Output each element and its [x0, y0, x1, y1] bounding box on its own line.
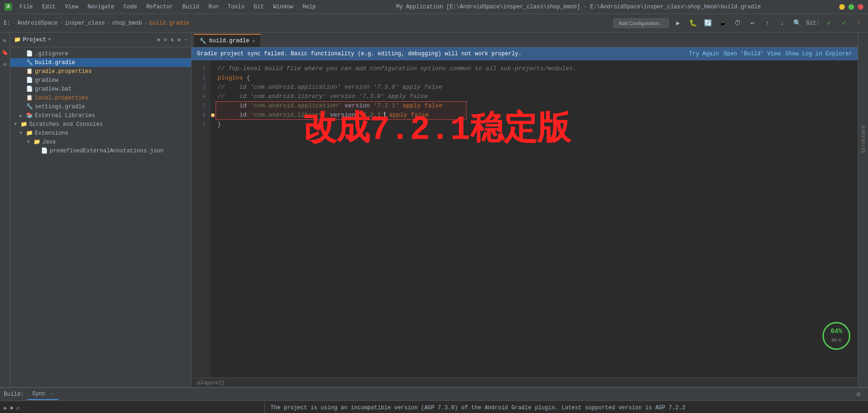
add-configuration-button[interactable]: Add Configuration... — [613, 19, 669, 28]
debug-icon[interactable]: 🐛 — [687, 18, 698, 29]
settingsgradle-icon: 🔧 — [26, 103, 33, 110]
tree-item-extlibs[interactable]: ▶ 📚 External Libraries — [10, 111, 191, 120]
menu-code[interactable]: Code — [122, 3, 139, 11]
menu-navigate[interactable]: Navigate — [85, 3, 116, 11]
sync-icon[interactable]: 🔄 — [702, 18, 713, 29]
bottom-settings-icon[interactable]: ⚙ — [853, 390, 864, 398]
code-apply-kw: apply — [402, 101, 421, 111]
menu-file[interactable]: File — [18, 3, 35, 11]
line-num-6: 6 — [191, 111, 210, 120]
gradleprops-icon: 📋 — [26, 68, 33, 75]
code-content[interactable]: // Top-level build file where you can ad… — [210, 60, 858, 378]
tree-item-gradleprops[interactable]: 📋 gradle.properties — [10, 67, 191, 76]
code-version-val-6: '7.2.1' — [359, 111, 385, 120]
search-icon[interactable]: 🔍 — [791, 18, 802, 29]
tree-item-java[interactable]: ▼ 📁 Java — [10, 138, 191, 146]
tree-item-predefined[interactable]: 📄 predefinedExternalAnnotations.json — [10, 146, 191, 155]
tree-item-settingsgradle[interactable]: 🔧 settings.gradle — [10, 102, 191, 111]
code-line-1: // Top-level build file where you can ad… — [217, 64, 850, 73]
project-scope-icon[interactable]: ⊕ — [157, 37, 160, 43]
tree-item-gitignore[interactable]: 📄 .gitignore — [10, 49, 191, 58]
open-build-view-link[interactable]: Open 'Build' View — [724, 51, 781, 57]
project-sort-icon[interactable]: ⇅ — [171, 37, 174, 43]
menu-tools[interactable]: Tools — [226, 3, 246, 11]
project-settings-icon[interactable]: ⚙ — [178, 37, 181, 43]
code-version-kw: version — [345, 101, 370, 111]
title-bar: A File Edit View Navigate Code Refactor … — [0, 0, 868, 14]
app-icon: A — [5, 3, 12, 11]
code-string-lib: 'com.android.library' — [250, 111, 327, 120]
build-stop-icon[interactable]: ■ — [10, 405, 13, 412]
menu-build[interactable]: Build — [180, 3, 201, 11]
run-icon[interactable]: ▶ — [672, 18, 684, 29]
git-arrow-up-icon[interactable]: ↑ — [853, 18, 864, 29]
menu-refactor[interactable]: Refactor — [145, 3, 175, 11]
menu-view[interactable]: View — [63, 3, 80, 11]
structure-strip-icon[interactable]: S — [1, 60, 9, 69]
build-error-details: The project is using an incompatible ver… — [265, 401, 868, 413]
maximize-button[interactable] — [848, 4, 854, 10]
tree-item-buildgradle[interactable]: 🔧 build.gradle — [10, 58, 191, 67]
git-tick-icon[interactable]: ✓ — [838, 18, 849, 29]
scratches-label: Scratches and Consoles — [29, 121, 103, 128]
build-restart-icon[interactable]: ↺ — [16, 405, 19, 412]
tab-buildgradle-close[interactable]: ✕ — [252, 38, 255, 44]
try-again-link[interactable]: Try Again — [689, 51, 719, 57]
tree-item-gradlewbat[interactable]: 📄 gradlew.bat — [10, 85, 191, 93]
breadcrumb-androidspace[interactable]: AndroidSpace — [18, 20, 58, 26]
localprops-icon: 📋 — [26, 94, 33, 101]
project-panel-icon[interactable]: P — [1, 36, 9, 45]
close-button[interactable] — [858, 4, 863, 10]
gradlew-icon: 📄 — [26, 77, 33, 84]
git-fetch-icon[interactable]: ↓ — [776, 18, 788, 29]
editor-footer-text: plugins{} — [197, 380, 224, 386]
tree-item-scratches[interactable]: ▼ 📁 Scratches and Consoles — [10, 120, 191, 129]
breadcrumb-shop[interactable]: shop_bmob — [112, 20, 142, 26]
warning-dot — [211, 113, 215, 117]
tree-item-localprops[interactable]: 📋 local.properties — [10, 93, 191, 102]
undo-icon[interactable]: ↩ — [747, 18, 758, 29]
tab-sync[interactable]: Sync ✕ — [27, 389, 59, 400]
history-icon[interactable]: ⏱ — [732, 18, 743, 29]
breadcrumb-buildgradle[interactable]: build.gradle — [149, 20, 189, 26]
code-line-6: id 'com.android.library' version '7.2.1'… — [217, 111, 850, 120]
line-num-5: 5 — [191, 101, 210, 111]
menu-git[interactable]: Git — [252, 3, 266, 11]
tab-buildgradle[interactable]: 🔧 build.gradle ✕ — [193, 34, 261, 47]
menu-help[interactable]: Help — [301, 3, 318, 11]
code-editor: 1 2 3 4 5 6 7 // Top-level build file wh… — [191, 60, 858, 378]
breadcrumb-e[interactable]: E: — [4, 20, 10, 26]
menu-edit[interactable]: Edit — [40, 3, 58, 11]
code-line-3: // id 'com.android.application' version … — [217, 83, 850, 92]
device-icon[interactable]: 📱 — [717, 18, 728, 29]
minimize-button[interactable] — [839, 4, 845, 10]
tree-item-gradlew[interactable]: 📄 gradlew — [10, 76, 191, 85]
structure-label[interactable]: Structure — [861, 125, 866, 153]
project-tree: 📄 .gitignore 🔧 build.gradle 📋 gradle.pro… — [10, 47, 191, 387]
build-sync-icon[interactable]: ▶ — [4, 405, 7, 412]
notif-message: Gradle project sync failed. Basic functi… — [197, 51, 684, 57]
notification-bar: Gradle project sync failed. Basic functi… — [191, 47, 858, 60]
menu-window[interactable]: Window — [271, 3, 295, 11]
git-push-icon[interactable]: ↑ — [762, 18, 773, 29]
line-num-2: 2 — [191, 73, 210, 83]
bookmark-icon[interactable]: 🔖 — [1, 48, 9, 57]
project-close-icon[interactable]: − — [184, 37, 187, 43]
cpu-widget: 64% 55°C — [822, 322, 850, 350]
project-dropdown-icon[interactable]: ▼ — [48, 37, 51, 42]
code-line-5: id 'com.android.application' version '7.… — [217, 101, 850, 111]
line-num-3: 3 — [191, 83, 210, 92]
show-log-link[interactable]: Show Log in Explorer — [785, 51, 852, 57]
project-collapse-icon[interactable]: ≡ — [164, 37, 167, 43]
breadcrumb: E: › AndroidSpace › insper_class › shop_… — [4, 20, 189, 26]
build-tree: ▶ ■ ↺ ▼ ● shop_bmob: failed At 2022/11/1… — [0, 401, 265, 413]
git-check-icon[interactable]: ✓ — [823, 18, 835, 29]
menu-run[interactable]: Run — [206, 3, 220, 11]
tree-item-extensions[interactable]: ▼ 📁 Extensions — [10, 129, 191, 138]
tab-sync-close[interactable]: ✕ — [51, 391, 54, 397]
code-id-kw-6: id — [239, 111, 247, 120]
settingsgradle-label: settings.gradle — [35, 104, 85, 110]
extensions-icon: 📁 — [26, 130, 33, 137]
breadcrumb-insper[interactable]: insper_class — [65, 20, 105, 26]
code-comment-1: // Top-level build file where you can ad… — [217, 64, 576, 73]
